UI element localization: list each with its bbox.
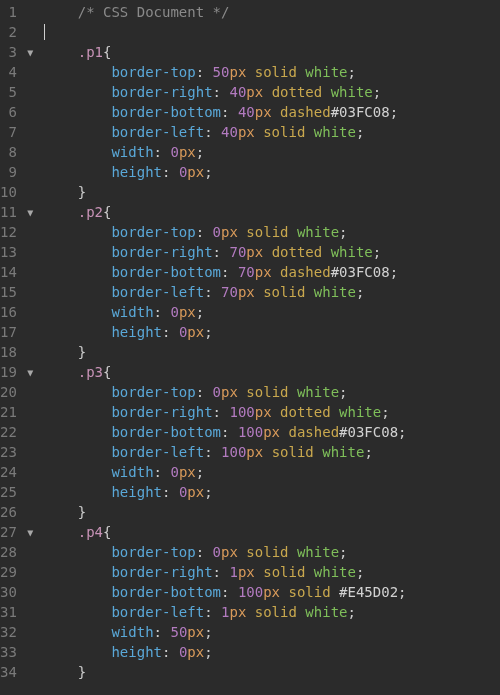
line-number: 10 bbox=[0, 182, 32, 202]
line-number: 12 bbox=[0, 222, 32, 242]
code-line[interactable]: border-bottom: 100px dashed#03FC08; bbox=[44, 422, 500, 442]
line-number: 14 bbox=[0, 262, 32, 282]
fold-icon[interactable]: ▼ bbox=[25, 203, 35, 223]
line-number: 17 bbox=[0, 322, 32, 342]
code-line[interactable]: border-top: 0px solid white; bbox=[44, 222, 500, 242]
code-line[interactable]: height: 0px; bbox=[44, 642, 500, 662]
line-number: 33 bbox=[0, 642, 32, 662]
code-line[interactable]: height: 0px; bbox=[44, 482, 500, 502]
code-line[interactable]: border-bottom: 100px solid #E45D02; bbox=[44, 582, 500, 602]
code-line[interactable]: border-right: 70px dotted white; bbox=[44, 242, 500, 262]
fold-icon[interactable]: ▼ bbox=[25, 363, 35, 383]
line-number: 19 ▼ bbox=[0, 362, 32, 382]
fold-icon[interactable]: ▼ bbox=[25, 523, 35, 543]
line-number: 28 bbox=[0, 542, 32, 562]
code-line[interactable]: border-top: 0px solid white; bbox=[44, 542, 500, 562]
code-line[interactable]: } bbox=[44, 342, 500, 362]
line-number: 22 bbox=[0, 422, 32, 442]
line-number: 26 bbox=[0, 502, 32, 522]
code-line[interactable]: } bbox=[44, 182, 500, 202]
code-line[interactable]: width: 50px; bbox=[44, 622, 500, 642]
line-number: 6 bbox=[0, 102, 32, 122]
line-number: 20 bbox=[0, 382, 32, 402]
code-editor: 1 2 3 ▼ 4 5 6 7 8 9 10 11 ▼12 13 14 15 1… bbox=[0, 0, 500, 684]
code-area[interactable]: /* CSS Document */ .p1{ border-top: 50px… bbox=[36, 0, 500, 684]
line-number: 23 bbox=[0, 442, 32, 462]
code-line[interactable]: .p4{ bbox=[44, 522, 500, 542]
code-line[interactable]: border-right: 100px dotted white; bbox=[44, 402, 500, 422]
code-line[interactable]: border-bottom: 40px dashed#03FC08; bbox=[44, 102, 500, 122]
line-number: 32 bbox=[0, 622, 32, 642]
code-line[interactable]: border-left: 70px solid white; bbox=[44, 282, 500, 302]
line-number: 13 bbox=[0, 242, 32, 262]
line-number: 7 bbox=[0, 122, 32, 142]
code-line[interactable]: border-left: 40px solid white; bbox=[44, 122, 500, 142]
line-number: 24 bbox=[0, 462, 32, 482]
code-line[interactable]: width: 0px; bbox=[44, 142, 500, 162]
code-line[interactable]: height: 0px; bbox=[44, 322, 500, 342]
line-number: 9 bbox=[0, 162, 32, 182]
line-number: 16 bbox=[0, 302, 32, 322]
code-line[interactable]: border-bottom: 70px dashed#03FC08; bbox=[44, 262, 500, 282]
line-number: 29 bbox=[0, 562, 32, 582]
code-line[interactable]: border-top: 0px solid white; bbox=[44, 382, 500, 402]
line-number: 27 ▼ bbox=[0, 522, 32, 542]
text-cursor bbox=[44, 24, 45, 40]
line-number: 31 bbox=[0, 602, 32, 622]
code-line[interactable]: .p2{ bbox=[44, 202, 500, 222]
line-number: 34 bbox=[0, 662, 32, 682]
line-number: 25 bbox=[0, 482, 32, 502]
code-line[interactable]: } bbox=[44, 662, 500, 682]
code-line[interactable] bbox=[44, 22, 500, 42]
line-number: 5 bbox=[0, 82, 32, 102]
code-line[interactable]: width: 0px; bbox=[44, 302, 500, 322]
code-line[interactable]: border-left: 100px solid white; bbox=[44, 442, 500, 462]
code-line[interactable]: border-right: 1px solid white; bbox=[44, 562, 500, 582]
code-line[interactable]: height: 0px; bbox=[44, 162, 500, 182]
code-line[interactable]: .p1{ bbox=[44, 42, 500, 62]
line-number: 4 bbox=[0, 62, 32, 82]
code-line[interactable]: border-left: 1px solid white; bbox=[44, 602, 500, 622]
line-number: 1 bbox=[0, 2, 32, 22]
line-number: 30 bbox=[0, 582, 32, 602]
fold-icon[interactable]: ▼ bbox=[25, 43, 35, 63]
line-number: 11 ▼ bbox=[0, 202, 32, 222]
line-number: 3 ▼ bbox=[0, 42, 32, 62]
code-line[interactable]: /* CSS Document */ bbox=[44, 2, 500, 22]
line-number: 2 bbox=[0, 22, 32, 42]
code-line[interactable]: } bbox=[44, 502, 500, 522]
line-number: 8 bbox=[0, 142, 32, 162]
code-line[interactable]: width: 0px; bbox=[44, 462, 500, 482]
code-line[interactable]: .p3{ bbox=[44, 362, 500, 382]
code-line[interactable]: border-top: 50px solid white; bbox=[44, 62, 500, 82]
line-number-gutter: 1 2 3 ▼ 4 5 6 7 8 9 10 11 ▼12 13 14 15 1… bbox=[0, 0, 36, 684]
code-line[interactable]: border-right: 40px dotted white; bbox=[44, 82, 500, 102]
line-number: 15 bbox=[0, 282, 32, 302]
line-number: 18 bbox=[0, 342, 32, 362]
line-number: 21 bbox=[0, 402, 32, 422]
